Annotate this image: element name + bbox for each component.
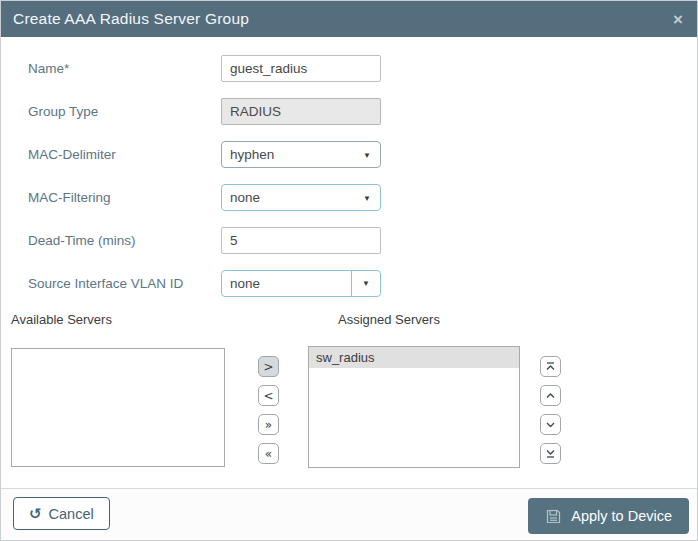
name-row: Name* [1,47,697,90]
group-type-row: Group Type RADIUS [1,90,697,133]
dialog-footer: ↺ Cancel Apply to Device [1,489,697,540]
chevron-down-icon: ▼ [363,193,371,202]
close-icon[interactable]: × [673,11,683,28]
move-right-button[interactable]: > [258,356,279,377]
chevron-down-icon: ▼ [362,279,370,288]
source-vlan-combobox[interactable]: none ▼ [221,270,381,297]
mac-delimiter-label: MAC-Delimiter [28,147,221,162]
form: Name* Group Type RADIUS MAC-Delimiter hy… [1,37,697,305]
move-down-button[interactable] [540,414,561,435]
cancel-button-label: Cancel [49,506,94,522]
move-to-bottom-button[interactable] [540,443,561,464]
apply-button-label: Apply to Device [571,508,672,524]
mac-filtering-select[interactable]: none ▼ [221,184,381,211]
source-vlan-dropdown-button[interactable]: ▼ [351,271,380,296]
group-type-label: Group Type [28,104,221,119]
source-vlan-row: Source Interface VLAN ID none ▼ [1,262,697,305]
source-vlan-value: none [222,271,351,296]
move-left-button[interactable]: < [258,385,279,406]
mac-filtering-label: MAC-Filtering [28,190,221,205]
list-item[interactable]: sw_radius [309,347,519,368]
mac-delimiter-select[interactable]: hyphen ▼ [221,141,381,168]
mac-filtering-value: none [230,190,260,205]
source-vlan-label: Source Interface VLAN ID [28,276,221,291]
chevron-up-bar-icon [545,361,556,372]
chevron-down-icon: ▼ [363,150,371,159]
name-label: Name* [28,61,221,76]
move-all-left-button[interactable]: « [258,443,279,464]
dialog-header: Create AAA Radius Server Group × [1,1,697,37]
move-to-top-button[interactable] [540,356,561,377]
dialog-title: Create AAA Radius Server Group [13,10,249,28]
mac-delimiter-value: hyphen [230,147,274,162]
assigned-servers-list[interactable]: sw_radius [308,346,520,468]
assigned-servers-label: Assigned Servers [338,312,440,327]
undo-icon: ↺ [29,505,42,523]
mac-filtering-row: MAC-Filtering none ▼ [1,176,697,219]
mac-delimiter-row: MAC-Delimiter hyphen ▼ [1,133,697,176]
available-servers-list[interactable] [11,348,225,467]
move-all-right-button[interactable]: » [258,414,279,435]
chevron-down-icon [545,419,556,430]
apply-to-device-button[interactable]: Apply to Device [528,498,689,534]
cancel-button[interactable]: ↺ Cancel [13,497,110,530]
dead-time-label: Dead-Time (mins) [28,233,221,248]
group-type-field: RADIUS [221,98,381,125]
chevron-down-bar-icon [545,448,556,459]
dead-time-row: Dead-Time (mins) [1,219,697,262]
create-aaa-radius-server-group-dialog: Create AAA Radius Server Group × Name* G… [0,0,698,541]
available-servers-label: Available Servers [11,312,112,327]
dead-time-input[interactable] [221,227,381,254]
chevron-up-icon [545,390,556,401]
save-icon [545,508,562,525]
group-type-value: RADIUS [230,104,281,119]
move-up-button[interactable] [540,385,561,406]
name-input[interactable] [221,55,381,82]
